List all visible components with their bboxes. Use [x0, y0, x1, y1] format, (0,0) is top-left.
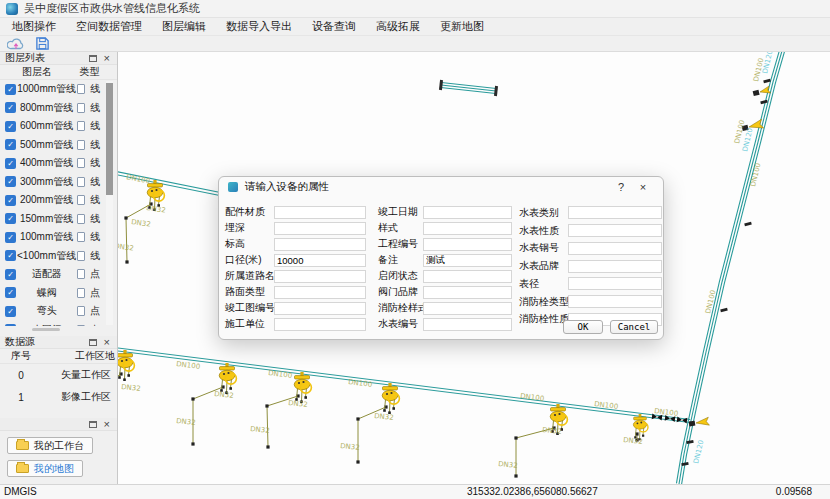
- layer-row[interactable]: 100mm管线 线: [0, 228, 117, 247]
- field-input[interactable]: [274, 222, 366, 235]
- layer-row[interactable]: 600mm管线 线: [0, 117, 117, 136]
- dialog-help-button[interactable]: ?: [610, 181, 632, 193]
- field-input[interactable]: [568, 242, 662, 255]
- form-field: 路面类型: [225, 284, 366, 300]
- menu-item[interactable]: 图层编辑: [154, 18, 214, 35]
- layer-visibility-checkbox[interactable]: [5, 102, 16, 113]
- field-input[interactable]: [568, 277, 662, 290]
- layer-row[interactable]: 500mm管线 线: [0, 136, 117, 155]
- layer-visibility-checkbox[interactable]: [5, 287, 16, 298]
- layers-scrollbar-thumb[interactable]: [106, 83, 113, 195]
- workspace-button-label: 我的工作台: [34, 439, 84, 453]
- workspace-panel-titlebar: ×: [0, 418, 117, 431]
- layer-name: 止回阀: [16, 323, 77, 326]
- layer-visibility-checkbox[interactable]: [5, 84, 16, 95]
- layer-row[interactable]: 适配器 点: [0, 265, 117, 284]
- field-input[interactable]: [423, 318, 512, 331]
- dialog-column-2: 竣工日期 样式 工程编号: [378, 204, 512, 332]
- layer-row[interactable]: 止回阀 点: [0, 321, 117, 327]
- datasource-row[interactable]: 0 矢量工作区: [0, 364, 117, 386]
- layer-row[interactable]: 300mm管线 线: [0, 173, 117, 192]
- svg-text:DN100: DN100: [126, 173, 151, 185]
- layer-visibility-checkbox[interactable]: [5, 158, 16, 169]
- workspace-button[interactable]: 我的地图: [7, 460, 83, 477]
- cancel-button[interactable]: Cancel: [610, 320, 658, 334]
- layer-visibility-checkbox[interactable]: [5, 176, 16, 187]
- datasource-panel-title: 数据源: [5, 335, 89, 349]
- field-label: 所属道路名: [225, 269, 274, 283]
- field-input[interactable]: [274, 254, 366, 267]
- field-input[interactable]: [423, 254, 512, 267]
- form-field: 配件材质: [225, 204, 366, 220]
- layer-visibility-checkbox[interactable]: [5, 195, 16, 206]
- dialog-column-3: 水表类别 水表性质 水表钢号: [519, 204, 662, 328]
- field-input[interactable]: [423, 238, 512, 251]
- cloud-upload-button[interactable]: [6, 36, 26, 52]
- field-label: 消防栓类型: [519, 295, 568, 309]
- layer-file-icon: [77, 232, 85, 242]
- panel-splitter[interactable]: [32, 328, 60, 331]
- field-input[interactable]: [568, 224, 662, 237]
- layer-row[interactable]: 弯头 点: [0, 302, 117, 321]
- save-button[interactable]: [32, 36, 52, 52]
- field-input[interactable]: [274, 270, 366, 283]
- datasource-index: 1: [0, 392, 42, 403]
- field-input[interactable]: [423, 270, 512, 283]
- menu-item[interactable]: 地图操作: [4, 18, 64, 35]
- float-panel-icon[interactable]: [89, 55, 97, 62]
- datasource-panel-titlebar: 数据源 ×: [0, 336, 117, 349]
- menu-item[interactable]: 更新地图: [432, 18, 492, 35]
- layer-type: 线: [85, 156, 105, 170]
- dialog-close-button[interactable]: ×: [632, 181, 654, 193]
- field-input[interactable]: [568, 295, 662, 308]
- field-input[interactable]: [274, 206, 366, 219]
- field-input[interactable]: [274, 302, 366, 315]
- menu-item[interactable]: 空间数据管理: [68, 18, 150, 35]
- layer-row[interactable]: 1000mm管线 线: [0, 80, 117, 99]
- menu-item[interactable]: 高级拓展: [368, 18, 428, 35]
- layer-row[interactable]: 150mm管线 线: [0, 210, 117, 229]
- layer-visibility-checkbox[interactable]: [5, 232, 16, 243]
- field-input[interactable]: [568, 260, 662, 273]
- close-panel-icon[interactable]: ×: [104, 419, 110, 429]
- field-input[interactable]: [423, 206, 512, 219]
- menu-item[interactable]: 数据导入导出: [218, 18, 300, 35]
- layer-row[interactable]: 400mm管线 线: [0, 154, 117, 173]
- layer-visibility-checkbox[interactable]: [5, 213, 16, 224]
- menu-item[interactable]: 设备查询: [304, 18, 364, 35]
- layer-type: 线: [85, 119, 105, 133]
- layer-name: 300mm管线: [16, 175, 77, 189]
- layers-scrollbar[interactable]: [106, 81, 113, 325]
- folder-icon: [16, 441, 29, 450]
- field-label: 阀门品牌: [378, 285, 423, 299]
- field-input[interactable]: [274, 238, 366, 251]
- svg-text:DN100: DN100: [594, 400, 619, 411]
- layer-row[interactable]: 蝶阀 点: [0, 284, 117, 303]
- map-canvas[interactable]: DN100DN32DN32DN32DN100DN100DN100DN100DN1…: [118, 52, 830, 484]
- close-panel-icon[interactable]: ×: [104, 337, 110, 347]
- datasource-row[interactable]: 1 影像工作区: [0, 386, 117, 408]
- ok-button[interactable]: OK: [563, 320, 603, 334]
- float-panel-icon[interactable]: [89, 339, 97, 346]
- layer-visibility-checkbox[interactable]: [5, 250, 16, 261]
- form-field: 口径(米): [225, 252, 366, 268]
- layer-visibility-checkbox[interactable]: [5, 139, 16, 150]
- field-input[interactable]: [423, 302, 512, 315]
- layer-visibility-checkbox[interactable]: [5, 121, 16, 132]
- field-input[interactable]: [568, 206, 662, 219]
- layer-visibility-checkbox[interactable]: [5, 324, 16, 326]
- layer-row[interactable]: <100mm管线 线: [0, 247, 117, 266]
- layer-visibility-checkbox[interactable]: [5, 306, 16, 317]
- float-panel-icon[interactable]: [89, 421, 97, 428]
- field-label: 启闭状态: [378, 269, 423, 283]
- field-input[interactable]: [274, 318, 366, 331]
- layer-row[interactable]: 800mm管线 线: [0, 99, 117, 118]
- close-panel-icon[interactable]: ×: [104, 53, 110, 63]
- field-input[interactable]: [423, 286, 512, 299]
- layer-row[interactable]: 200mm管线 线: [0, 191, 117, 210]
- layer-visibility-checkbox[interactable]: [5, 269, 16, 280]
- field-input[interactable]: [274, 286, 366, 299]
- workspace-button[interactable]: 我的工作台: [7, 437, 93, 454]
- layer-file-icon: [77, 325, 85, 326]
- field-input[interactable]: [423, 222, 512, 235]
